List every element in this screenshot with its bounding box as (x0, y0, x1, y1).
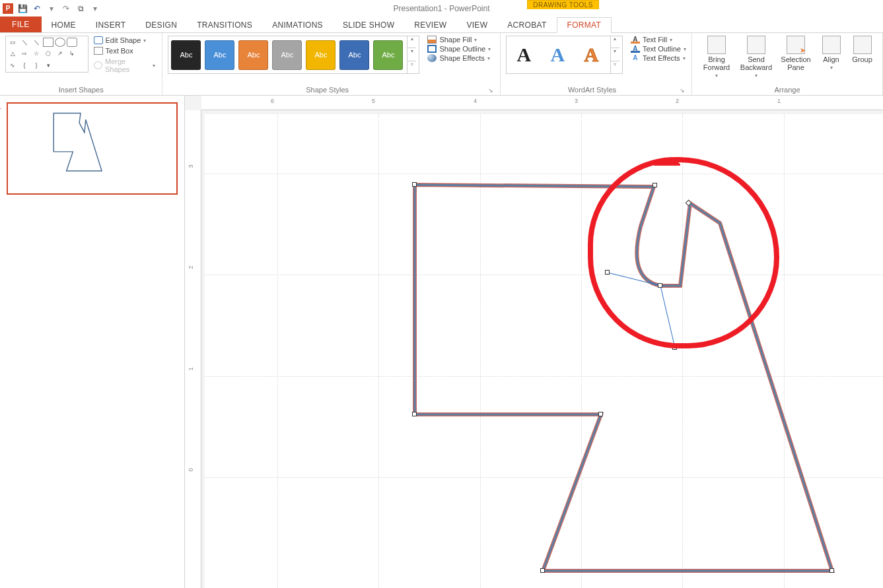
tab-format[interactable]: FORMAT (557, 17, 612, 33)
shape-brace2-icon[interactable]: } (31, 61, 42, 70)
text-fill-label: Text Fill (643, 36, 667, 44)
shape-effects-icon (427, 54, 437, 62)
shape-more-icon[interactable]: ▾ (43, 61, 53, 70)
group-shape-styles: Abc Abc Abc Abc Abc Abc Abc ▴▾▿ Shape Fi… (162, 33, 501, 95)
edit-shape-button[interactable]: Edit Shape ▾ (92, 36, 157, 45)
wordart-gallery-scroll[interactable]: ▴▾▿ (610, 36, 619, 74)
edit-shape-label: Edit Shape (106, 36, 141, 44)
text-outline-button[interactable]: AText Outline▾ (631, 45, 686, 53)
tab-home[interactable]: HOME (42, 18, 86, 32)
shapes-gallery[interactable]: ▭ ＼ ＼ △ ⇨ ☆ ⬡ ↗ ↳ ∿ { } ▾ (5, 36, 88, 73)
redo-icon[interactable]: ↷ (61, 3, 71, 14)
group-wordart-styles: A A A ▴▾▿ AText Fill▾ AText Outline▾ ATe… (501, 33, 692, 95)
group-obj-label: Group (852, 55, 872, 63)
selection-pane-label: Selection Pane (777, 55, 815, 71)
shape-line2-icon[interactable]: ＼ (31, 38, 42, 47)
wordart-style-1[interactable]: A (509, 40, 539, 70)
style-swatch-green[interactable]: Abc (373, 40, 403, 70)
bring-forward-icon (707, 36, 726, 54)
tab-file[interactable]: FILE (0, 16, 42, 32)
ruler-tick: 3 (188, 164, 194, 168)
edit-anchor[interactable] (412, 412, 417, 416)
text-effects-button[interactable]: AText Effects▾ (631, 54, 686, 62)
bring-forward-button[interactable]: Bring Forward▾ (697, 36, 736, 79)
style-swatch-orange[interactable]: Abc (238, 40, 268, 70)
shape-brace-icon[interactable]: { (19, 61, 30, 70)
save-icon[interactable]: 💾 (17, 3, 28, 14)
ruler-tick: 1 (777, 98, 781, 104)
shape-arrow-icon[interactable]: ⇨ (19, 49, 30, 58)
shape-effects-button[interactable]: Shape Effects▾ (427, 54, 491, 62)
shape-fill-icon (427, 36, 437, 44)
align-label: Align (823, 55, 839, 63)
shape-connector-icon[interactable]: ↳ (67, 49, 77, 58)
edit-anchor[interactable] (598, 412, 603, 416)
shape-roundrect-icon[interactable] (67, 38, 77, 47)
powerpoint-icon: P (3, 3, 13, 14)
slide-edit-area[interactable] (205, 114, 883, 588)
edit-anchor[interactable] (540, 568, 545, 573)
group-button[interactable]: Group (847, 36, 877, 63)
shape-line-icon[interactable]: ＼ (19, 38, 30, 47)
align-icon (822, 36, 841, 54)
align-button[interactable]: Align▾ (816, 36, 846, 71)
style-gallery-scroll[interactable]: ▴▾▿ (407, 36, 416, 74)
style-swatch-gray[interactable]: Abc (272, 40, 302, 70)
ruler-tick: 1 (188, 367, 194, 370)
selection-pane-button[interactable]: ➤ Selection Pane (777, 36, 815, 71)
style-swatch-black[interactable]: Abc (171, 40, 201, 70)
ruler-tick: 5 (372, 98, 375, 104)
style-swatch-darkblue[interactable]: Abc (339, 40, 369, 70)
send-backward-button[interactable]: Send Backward▾ (737, 36, 775, 79)
edit-anchor[interactable] (412, 182, 417, 187)
group-arrange: Bring Forward▾ Send Backward▾ ➤ Selectio… (692, 33, 883, 95)
title-bar: P 💾 ↶ ▾ ↷ ⧉ ▾ Presentation1 - PowerPoint… (0, 0, 883, 16)
wordart-gallery[interactable]: A A A ▴▾▿ (506, 36, 623, 74)
shape-styles-dialog-launcher[interactable]: ↘ (487, 87, 495, 94)
shape-textbox-icon[interactable]: ▭ (7, 38, 18, 47)
wordart-dialog-launcher[interactable]: ↘ (678, 87, 686, 94)
wordart-style-3[interactable]: A (577, 40, 606, 70)
shape-fill-button[interactable]: Shape Fill▾ (427, 36, 491, 44)
shape-triangle-icon[interactable]: △ (7, 49, 18, 58)
tab-insert[interactable]: INSERT (86, 18, 136, 32)
style-swatch-blue[interactable]: Abc (205, 40, 234, 70)
text-box-label: Text Box (106, 47, 133, 55)
shape-outline-label: Shape Outline (439, 45, 485, 53)
text-fill-button[interactable]: AText Fill▾ (631, 36, 686, 44)
thumbnail-preview (8, 104, 176, 193)
shape-star-icon[interactable]: ☆ (31, 49, 42, 58)
shape-rect-icon[interactable] (43, 38, 53, 47)
start-from-beginning-icon[interactable]: ⧉ (75, 3, 86, 14)
style-swatch-gold[interactable]: Abc (306, 40, 336, 70)
slide-thumbnails-panel: 1 (0, 96, 185, 588)
tab-review[interactable]: REVIEW (404, 18, 456, 32)
tab-animations[interactable]: ANIMATIONS (262, 18, 333, 32)
slide-canvas[interactable]: 6 5 4 3 2 1 3 2 1 0 (185, 96, 883, 588)
text-outline-label: Text Outline (643, 45, 681, 53)
shape-arrow2-icon[interactable]: ↗ (55, 49, 65, 58)
merge-shapes-button: Merge Shapes ▾ (92, 57, 157, 74)
shape-outline-button[interactable]: Shape Outline▾ (427, 45, 491, 53)
tab-design[interactable]: DESIGN (135, 18, 187, 32)
undo-icon[interactable]: ↶ (32, 3, 42, 14)
shape-hex-icon[interactable]: ⬡ (43, 49, 53, 58)
chevron-down-icon: ▾ (153, 63, 155, 69)
shape-oval-icon[interactable] (55, 38, 65, 47)
ruler-tick: 3 (575, 98, 578, 104)
wordart-style-2[interactable]: A (543, 40, 573, 70)
send-backward-icon (747, 36, 765, 54)
shape-style-gallery[interactable]: Abc Abc Abc Abc Abc Abc Abc ▴▾▿ (168, 36, 419, 74)
tab-acrobat[interactable]: ACROBAT (497, 18, 556, 32)
edit-anchor[interactable] (830, 568, 834, 573)
tab-view[interactable]: VIEW (456, 18, 497, 32)
ribbon: ▭ ＼ ＼ △ ⇨ ☆ ⬡ ↗ ↳ ∿ { } ▾ Edit Sh (0, 33, 883, 96)
undo-dropdown-icon[interactable]: ▾ (46, 3, 57, 14)
tab-slideshow[interactable]: SLIDE SHOW (333, 18, 404, 32)
slide-thumbnail-1[interactable] (7, 102, 178, 195)
qat-customize-icon[interactable]: ▾ (90, 3, 100, 14)
text-box-button[interactable]: Text Box (92, 46, 157, 55)
shape-curve-icon[interactable]: ∿ (7, 61, 18, 70)
tab-transitions[interactable]: TRANSITIONS (187, 18, 262, 32)
freeform-shape[interactable] (205, 114, 865, 588)
